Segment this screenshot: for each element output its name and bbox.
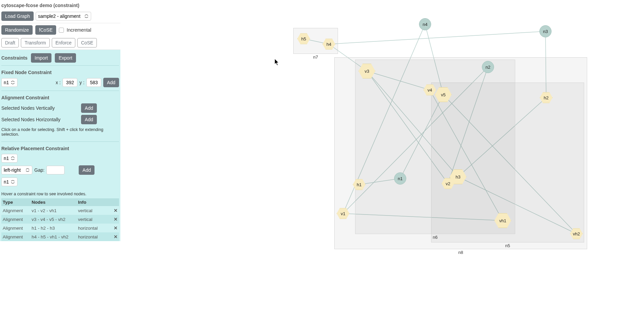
randomize-button[interactable]: Randomize <box>1 25 33 35</box>
export-button[interactable]: Export <box>55 53 76 63</box>
fcose-button[interactable]: fCoSE <box>35 25 56 35</box>
table-row[interactable]: Alignmentv1 - v2 - vh1vertical✕ <box>1 206 119 215</box>
relative-direction-select[interactable]: left-right <box>1 166 32 174</box>
cell-info: vertical <box>77 206 111 215</box>
cell-type: Alignment <box>1 224 30 232</box>
cell-info: vertical <box>77 215 111 224</box>
cell-nodes: h4 - h5 - vh1 - vh2 <box>30 232 77 241</box>
compound-node-n6[interactable] <box>355 60 515 234</box>
gap-input[interactable] <box>46 166 65 174</box>
cell-type: Alignment <box>1 206 30 215</box>
cell-info: horizontal <box>77 224 111 232</box>
table-hint: Hover a constraint row to see involved n… <box>1 190 119 198</box>
y-input[interactable] <box>86 78 101 87</box>
fixed-add-button[interactable]: Add <box>103 78 119 87</box>
cell-type: Alignment <box>1 232 30 241</box>
compound-label: n7 <box>313 55 318 60</box>
incremental-checkbox[interactable] <box>59 28 64 33</box>
align-horizontal-label: Selected Nodes Horizontally <box>1 117 61 122</box>
compound-label: n8 <box>458 250 463 255</box>
relative-heading: Relative Placement Constraint <box>1 143 119 153</box>
table-row[interactable]: Alignmentv3 - v4 - v5 - vh2vertical✕ <box>1 215 119 224</box>
sample-select[interactable]: sample2 - alignment <box>36 12 91 21</box>
gap-label: Gap: <box>34 167 44 173</box>
delete-row-button[interactable]: ✕ <box>111 215 119 224</box>
node-n3[interactable]: n3 <box>539 25 552 37</box>
x-input[interactable] <box>63 78 77 87</box>
th-nodes: Nodes <box>30 198 77 206</box>
alignment-hint: Click on a node for selecting. Shift + c… <box>1 125 119 139</box>
page-title: cytoscape-fcose demo (constraint) <box>1 1 119 11</box>
align-vertical-label: Selected Nodes Vertically <box>1 105 55 111</box>
cell-type: Alignment <box>1 215 30 224</box>
cell-nodes: h1 - h2 - h3 <box>30 224 77 232</box>
delete-row-button[interactable]: ✕ <box>111 224 119 232</box>
load-graph-button[interactable]: Load Graph <box>1 11 34 21</box>
align-vertical-add-button[interactable]: Add <box>81 103 97 113</box>
compound-label: n6 <box>433 235 438 240</box>
delete-row-button[interactable]: ✕ <box>111 232 119 241</box>
relative-node-a-select[interactable]: n1 <box>1 154 17 163</box>
draft-button[interactable]: Draft <box>1 38 19 47</box>
cell-nodes: v1 - v2 - vh1 <box>30 206 77 215</box>
cell-nodes: v3 - v4 - v5 - vh2 <box>30 215 77 224</box>
incremental-label: Incremental <box>67 27 91 33</box>
relative-add-button[interactable]: Add <box>79 165 94 175</box>
transform-button[interactable]: Transform <box>21 38 49 47</box>
th-info: Info <box>77 198 111 206</box>
fixed-node-select[interactable]: n1 <box>1 78 17 87</box>
cose-button[interactable]: CoSE <box>77 38 97 47</box>
y-label: y : <box>79 80 84 85</box>
compound-label: n5 <box>505 243 510 248</box>
th-type: Type <box>1 198 30 206</box>
node-n2[interactable]: n2 <box>482 61 494 73</box>
relative-node-b-select[interactable]: n1 <box>1 177 17 186</box>
import-button[interactable]: Import <box>31 53 52 63</box>
graph-canvas[interactable]: n7n8n5n6h5h4n4n3v3n2v4v5h2n1h1v2h3v1vh1v… <box>120 0 644 328</box>
constraints-table: Type Nodes Info Alignmentv1 - v2 - vh1ve… <box>1 198 119 241</box>
table-row[interactable]: Alignmenth1 - h2 - h3horizontal✕ <box>1 224 119 232</box>
delete-row-button[interactable]: ✕ <box>111 206 119 215</box>
node-n4[interactable]: n4 <box>419 18 431 30</box>
svg-line-2 <box>329 31 545 44</box>
table-row[interactable]: Alignmenth4 - h5 - vh1 - vh2horizontal✕ <box>1 232 119 241</box>
node-n1[interactable]: n1 <box>394 172 406 185</box>
cursor-icon <box>275 59 279 66</box>
constraints-heading: Constraints <box>1 55 28 61</box>
alignment-heading: Alignment Constraint <box>1 92 119 102</box>
enforce-button[interactable]: Enforce <box>52 38 75 47</box>
align-horizontal-add-button[interactable]: Add <box>81 115 97 124</box>
fixed-constraint-heading: Fixed Node Constraint <box>1 67 119 77</box>
cell-info: horizontal <box>77 232 111 241</box>
x-label: x : <box>56 80 61 85</box>
